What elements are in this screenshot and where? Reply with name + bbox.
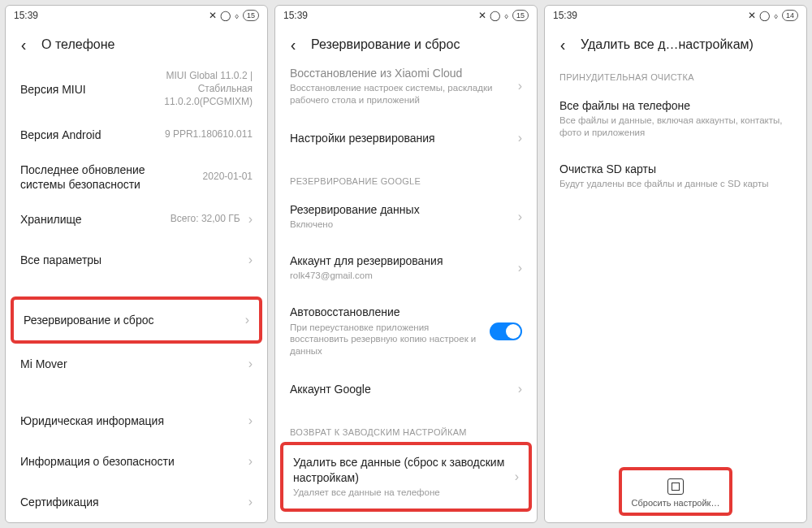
chevron-right-icon: › [248, 357, 253, 371]
chevron-right-icon: › [518, 131, 522, 145]
page-title: Удалить все д…настройкам) [581, 37, 800, 52]
label: Резервирование и сброс [24, 313, 237, 327]
label: Все параметры [20, 253, 240, 267]
label: Настройки резервирования [290, 131, 510, 145]
status-bar: 15:39 ✕ ◯ ⬨ 15 [275, 6, 537, 25]
value: Всего: 32,00 ГБ [171, 213, 240, 226]
row-storage[interactable]: Хранилище Всего: 32,00 ГБ › [6, 199, 267, 240]
chevron-right-icon: › [518, 210, 522, 224]
phone-screen-about: 15:39 ✕ ◯ ⬨ 15 ‹ О телефоне Версия MIUI … [5, 5, 268, 523]
signal-icon: ◯ [759, 10, 770, 21]
label: Информация о безопасности [20, 454, 240, 469]
spacer [6, 280, 267, 296]
phone-screen-erase: 15:39 ✕ ◯ ⬨ 14 ‹ Удалить все д…настройка… [544, 5, 807, 523]
chevron-right-icon: › [245, 313, 249, 327]
signal-icon: ◯ [490, 10, 500, 21]
highlight-backup-reset: Резервирование и сброс › [11, 296, 262, 344]
clock: 15:39 [553, 10, 577, 21]
spacer [545, 201, 806, 467]
app-header: ‹ О телефоне [6, 25, 267, 64]
highlight-factory-reset: Удалить все данные (сброс к заводским на… [280, 442, 532, 511]
label: Аккаунт Google [290, 382, 510, 396]
row-all-files-phone[interactable]: Все файлы на телефоне Все файлы и данные… [545, 87, 806, 150]
row-auto-restore[interactable]: Автовосстановление При переустановке при… [275, 293, 537, 369]
battery-icon: 15 [512, 10, 529, 21]
row-data-backup[interactable]: Резервирование данных Включено › [275, 191, 537, 242]
chevron-right-icon: › [248, 253, 253, 267]
sublabel: Все файлы и данные, включая аккаунты, ко… [559, 115, 792, 139]
section-google-backup: РЕЗЕРВИРОВАНИЕ GOOGLE [275, 158, 537, 191]
chevron-right-icon: › [248, 454, 253, 469]
page-title: О телефоне [41, 37, 261, 52]
label: Автовосстановление [290, 305, 482, 319]
row-xiaomi-cloud-restore[interactable]: Восстановление из Xiaomi Cloud Восстанов… [275, 64, 537, 118]
battery-icon: 15 [243, 10, 259, 21]
page-title: Резервирование и сброс [311, 37, 530, 52]
sublabel: Удаляет все данные на телефоне [293, 487, 507, 499]
sublabel: Восстановление настроек системы, расклад… [290, 82, 510, 106]
section-factory-reset: ВОЗВРАТ К ЗАВОДСКИМ НАСТРОЙКАМ [275, 409, 537, 442]
row-erase-all-data[interactable]: Удалить все данные (сброс к заводским на… [283, 445, 529, 508]
row-google-account[interactable]: Аккаунт Google › [275, 369, 537, 409]
row-sd-cleanup[interactable]: Очистка SD карты Будут удалены все файлы… [545, 150, 806, 201]
chevron-right-icon: › [518, 261, 522, 275]
status-bar: 15:39 ✕ ◯ ⬨ 15 [6, 6, 267, 25]
reset-settings-button[interactable]: Сбросить настройк… [622, 470, 729, 513]
dnd-icon: ✕ [209, 10, 217, 21]
clock: 15:39 [14, 10, 38, 21]
row-android-version[interactable]: Версия Android 9 PPR1.180610.011 [6, 115, 267, 155]
label: Версия Android [20, 128, 157, 142]
chevron-right-icon: › [515, 470, 519, 484]
row-miui-version[interactable]: Версия MIUI MIUI Global 11.0.2 | Стабиль… [6, 64, 267, 115]
highlight-reset-button: Сбросить настройк… [619, 467, 732, 516]
sublabel: Включено [290, 219, 510, 231]
signal-icon: ◯ [220, 10, 231, 21]
phone-screen-backup: 15:39 ✕ ◯ ⬨ 15 ‹ Резервирование и сброс … [274, 5, 538, 523]
status-bar: 15:39 ✕ ◯ ⬨ 14 [545, 6, 806, 25]
content: ПРИНУДИТЕЛЬНАЯ ОЧИСТКА Все файлы на теле… [545, 64, 806, 522]
label: Восстановление из Xiaomi Cloud [290, 66, 510, 80]
spacer [6, 384, 267, 400]
content: Версия MIUI MIUI Global 11.0.2 | Стабиль… [6, 64, 267, 522]
sublabel: rolk473@gmail.com [290, 270, 510, 282]
wifi-icon: ⬨ [773, 10, 779, 21]
app-header: ‹ Резервирование и сброс [275, 25, 537, 64]
chevron-right-icon: › [248, 212, 253, 227]
row-security-patch[interactable]: Последнее обновление системы безопасност… [6, 155, 267, 199]
battery-icon: 14 [782, 10, 798, 21]
label: Mi Mover [20, 357, 240, 371]
reset-icon [667, 478, 684, 495]
wifi-icon: ⬨ [234, 10, 240, 21]
back-button[interactable]: ‹ [12, 33, 35, 56]
label: Аккаунт для резервирования [290, 253, 510, 268]
auto-restore-toggle[interactable] [490, 322, 522, 340]
row-legal-info[interactable]: Юридическая информация › [6, 400, 267, 441]
label: Резервирование данных [290, 202, 510, 217]
reset-label: Сбросить настройк… [632, 498, 720, 508]
label: Версия MIUI [20, 82, 156, 97]
row-backup-settings[interactable]: Настройки резервирования › [275, 118, 537, 158]
row-all-specs[interactable]: Все параметры › [6, 240, 267, 280]
dnd-icon: ✕ [748, 10, 756, 21]
label: Сертификация [20, 495, 240, 509]
chevron-right-icon: › [248, 413, 253, 428]
chevron-right-icon: › [518, 79, 522, 93]
sublabel: Будут удалены все файлы и данные с SD ка… [559, 178, 792, 190]
row-mi-mover[interactable]: Mi Mover › [6, 344, 267, 384]
content: Восстановление из Xiaomi Cloud Восстанов… [275, 64, 537, 522]
dnd-icon: ✕ [478, 10, 486, 21]
row-safety-info[interactable]: Информация о безопасности › [6, 441, 267, 482]
row-backup-account[interactable]: Аккаунт для резервирования rolk473@gmail… [275, 242, 537, 293]
back-button[interactable]: ‹ [551, 33, 574, 56]
value: 2020-01-01 [203, 171, 253, 184]
back-button[interactable]: ‹ [282, 33, 304, 56]
chevron-right-icon: › [248, 495, 253, 509]
wifi-icon: ⬨ [503, 10, 509, 21]
label: Юридическая информация [20, 413, 240, 428]
value: 9 PPR1.180610.011 [165, 128, 253, 141]
row-certification[interactable]: Сертификация › [6, 482, 267, 522]
app-header: ‹ Удалить все д…настройкам) [545, 25, 806, 64]
row-backup-reset[interactable]: Резервирование и сброс › [14, 300, 259, 340]
section-forced-cleanup: ПРИНУДИТЕЛЬНАЯ ОЧИСТКА [545, 64, 806, 87]
label: Все файлы на телефоне [559, 98, 792, 113]
